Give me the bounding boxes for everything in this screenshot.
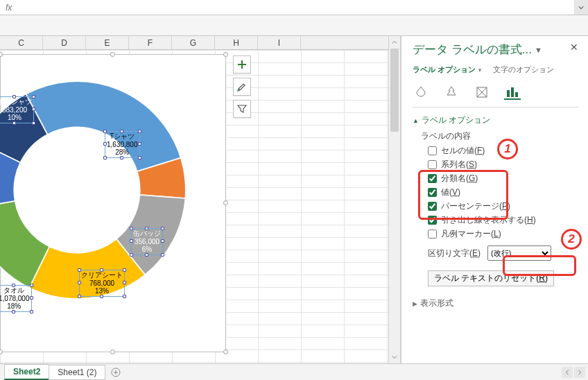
- pane-title: データ ラベルの書式... ▼: [413, 42, 578, 58]
- effects-icon[interactable]: [443, 85, 460, 100]
- label-value: 356,000: [135, 238, 159, 245]
- data-label-sheet[interactable]: クリアシート 768,000 13%: [79, 270, 125, 297]
- col-header[interactable]: I: [258, 36, 301, 49]
- col-header[interactable]: D: [43, 36, 86, 49]
- tab-text-options[interactable]: 文字のオプション: [493, 65, 554, 74]
- label-content-heading: ラベルの内容: [421, 130, 578, 142]
- sheet-tab[interactable]: Sheet1 (2): [49, 365, 105, 380]
- opt-category-name[interactable]: 分類名(G): [428, 173, 578, 184]
- data-label-tshirt[interactable]: Tシャツ 1,630,800 28%: [105, 131, 140, 158]
- opt-value[interactable]: 値(V): [428, 187, 578, 198]
- label-pct: 28%: [115, 148, 129, 156]
- label-pct: 13%: [95, 287, 109, 295]
- sheet-tab[interactable]: Sheet2: [4, 364, 49, 380]
- grid-body[interactable]: Tシャツ 1,630,800 28% 缶バッジ 356,000 6%: [0, 50, 388, 363]
- fill-icon[interactable]: [413, 85, 429, 100]
- vertical-scrollbar[interactable]: [388, 36, 401, 363]
- opt-leader-lines[interactable]: 引き出し線を表示する(H): [428, 214, 578, 226]
- fx-label[interactable]: fx: [0, 3, 17, 12]
- col-header[interactable]: F: [129, 36, 172, 49]
- svg-point-0: [239, 89, 240, 90]
- label-name: クリアシート: [81, 271, 123, 279]
- scroll-up-icon[interactable]: [389, 36, 400, 49]
- label-value: 768,000: [89, 279, 114, 287]
- label-value: 583,200: [2, 106, 27, 114]
- column-headers: C D E F G H I: [0, 36, 388, 50]
- tab-label-options[interactable]: ラベル オプション▼: [413, 65, 483, 74]
- label-pct: 6%: [142, 245, 152, 253]
- formula-bar: fx: [0, 0, 588, 15]
- formula-input[interactable]: [17, 0, 574, 15]
- pane-title-text: データ ラベルの書式...: [413, 42, 532, 58]
- data-label-towel[interactable]: タオル 1,078,000 18%: [0, 285, 32, 312]
- sheet-tab-bar: Sheet2 Sheet1 (2): [0, 363, 588, 380]
- label-options-icon[interactable]: [504, 85, 521, 100]
- label-value: 1,630,800: [107, 141, 138, 148]
- data-label-badge[interactable]: 缶バッジ 356,000 6%: [131, 228, 163, 255]
- label-pct: 10%: [8, 114, 21, 121]
- worksheet-grid[interactable]: C D E F G H I: [0, 36, 388, 363]
- label-name: 缶バッジ: [133, 230, 161, 237]
- format-data-labels-pane: データ ラベルの書式... ▼ ✕ ラベル オプション▼ 文字のオプション ▲ラ…: [401, 36, 588, 363]
- ribbon-spacer: [0, 15, 588, 36]
- callout-2: 2: [561, 229, 582, 250]
- col-header[interactable]: H: [215, 36, 258, 49]
- svg-marker-1: [447, 87, 456, 95]
- data-label-polo[interactable]: ポロシャツ 583,200 10%: [0, 96, 34, 123]
- label-name: Tシャツ: [110, 132, 135, 140]
- label-name: タオル: [3, 286, 24, 294]
- chart-add-element-button[interactable]: [233, 55, 251, 74]
- pane-tabs: ラベル オプション▼ 文字のオプション: [413, 64, 578, 75]
- chart-filter-button[interactable]: [233, 100, 251, 118]
- svg-rect-4: [511, 87, 514, 97]
- section-label-options[interactable]: ▲ラベル オプション: [413, 114, 578, 126]
- hscroll-left-icon[interactable]: [562, 367, 573, 378]
- col-header[interactable]: C: [0, 36, 43, 49]
- close-icon[interactable]: ✕: [570, 42, 578, 53]
- col-header[interactable]: G: [172, 36, 215, 49]
- label-value: 1,078,000: [0, 295, 30, 302]
- icon-tabs: [413, 85, 578, 107]
- chart-object[interactable]: Tシャツ 1,630,800 28% 缶バッジ 356,000 6%: [0, 54, 226, 352]
- size-icon[interactable]: [474, 85, 490, 100]
- svg-rect-3: [507, 90, 510, 97]
- section-number-format[interactable]: ▶表示形式: [413, 297, 578, 309]
- chart-tools: [233, 55, 251, 122]
- reset-label-text-button[interactable]: ラベル テキストのリセット(R): [428, 270, 554, 286]
- label-name: ポロシャツ: [0, 98, 32, 105]
- opt-series-name[interactable]: 系列名(S): [428, 159, 578, 171]
- pane-title-dropdown-icon[interactable]: ▼: [535, 46, 542, 54]
- svg-rect-5: [515, 92, 518, 97]
- chart-styles-button[interactable]: [233, 78, 251, 96]
- scroll-down-icon[interactable]: [389, 351, 400, 363]
- callout-1: 1: [497, 139, 518, 159]
- scroll-thumb[interactable]: [390, 49, 399, 132]
- separator-select[interactable]: (改行): [487, 245, 551, 261]
- opt-percentage[interactable]: パーセンテージ(P): [428, 200, 578, 212]
- col-header[interactable]: E: [86, 36, 129, 49]
- label-pct: 18%: [7, 302, 21, 310]
- new-sheet-button[interactable]: [109, 365, 123, 379]
- opt-legend-marker[interactable]: 凡例マーカー(L): [428, 228, 578, 240]
- separator-label: 区切り文字(E): [428, 248, 481, 259]
- hscroll-right-icon[interactable]: [574, 367, 585, 378]
- formula-expand-icon[interactable]: [574, 0, 588, 15]
